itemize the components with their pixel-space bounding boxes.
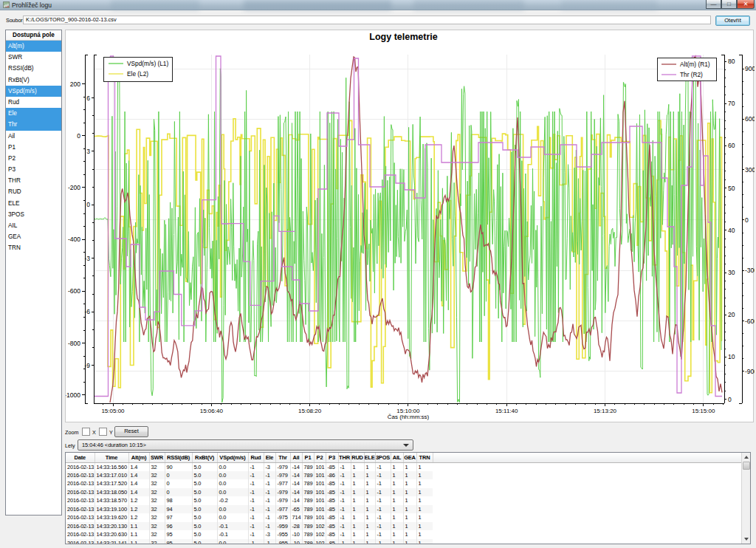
svg-text:300: 300 — [745, 166, 755, 174]
svg-text:Ele (L2): Ele (L2) — [127, 70, 148, 78]
svg-text:0: 0 — [728, 396, 732, 403]
svg-text:15:05:00: 15:05:00 — [101, 408, 125, 414]
svg-text:15:15:00: 15:15:00 — [692, 408, 715, 414]
svg-text:-9: -9 — [84, 362, 90, 369]
svg-text:15:11:40: 15:11:40 — [495, 408, 518, 414]
svg-text:-600: -600 — [68, 287, 80, 295]
svg-text:80: 80 — [728, 58, 735, 65]
svg-text:50: 50 — [728, 185, 735, 192]
svg-text:Čas (hh:mm:ss): Čas (hh:mm:ss) — [388, 414, 430, 420]
svg-text:60: 60 — [728, 142, 735, 149]
svg-text:-300: -300 — [745, 267, 755, 274]
svg-text:600: 600 — [745, 115, 755, 123]
svg-text:10: 10 — [728, 353, 735, 360]
svg-text:Thr (R2): Thr (R2) — [680, 71, 703, 78]
svg-text:0: 0 — [86, 201, 90, 208]
svg-text:0: 0 — [745, 216, 749, 224]
svg-text:20: 20 — [728, 311, 735, 318]
svg-text:-3: -3 — [84, 255, 90, 262]
svg-text:6: 6 — [86, 95, 90, 102]
svg-text:70: 70 — [728, 100, 735, 107]
svg-text:-400: -400 — [68, 236, 80, 243]
svg-text:-800: -800 — [68, 340, 80, 347]
svg-text:30: 30 — [728, 269, 735, 276]
svg-text:15:13:20: 15:13:20 — [594, 408, 617, 414]
svg-text:40: 40 — [728, 227, 735, 234]
svg-text:15:08:20: 15:08:20 — [298, 408, 322, 414]
svg-text:0: 0 — [77, 132, 80, 140]
svg-text:900: 900 — [745, 65, 755, 72]
svg-text:-6: -6 — [84, 308, 90, 315]
svg-text:15:06:40: 15:06:40 — [200, 408, 224, 414]
svg-text:-1000: -1000 — [66, 391, 80, 399]
svg-text:-600: -600 — [745, 318, 755, 325]
svg-text:3: 3 — [86, 148, 90, 155]
svg-text:VSpd(m/s) (L1): VSpd(m/s) (L1) — [127, 60, 168, 67]
svg-text:-900: -900 — [745, 368, 755, 375]
svg-text:200: 200 — [70, 81, 80, 88]
svg-text:-200: -200 — [68, 184, 80, 191]
svg-text:Alt(m) (R1): Alt(m) (R1) — [680, 61, 710, 68]
